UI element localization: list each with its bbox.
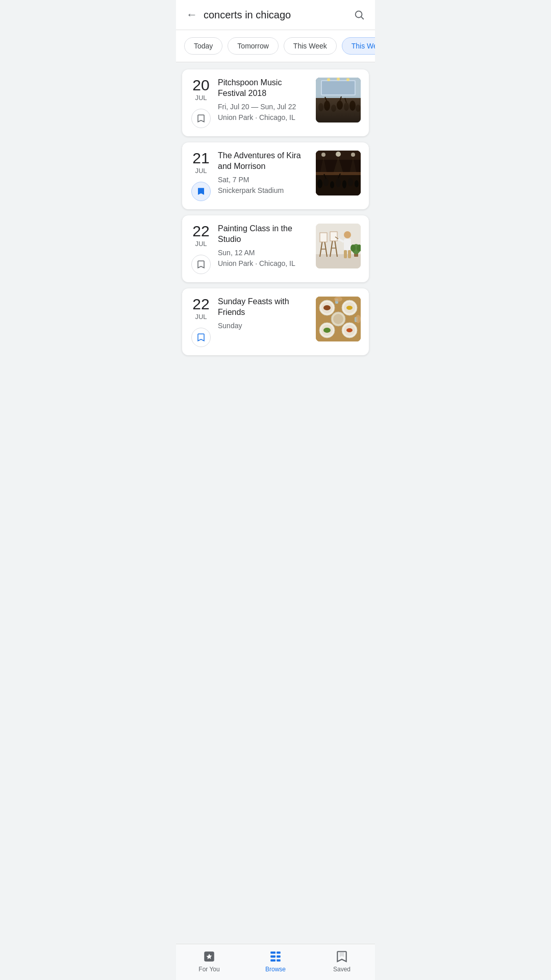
event-card[interactable]: 22 JUL Sunday Feasts with Friends Sunday [182,288,369,355]
svg-rect-81 [270,951,276,953]
svg-rect-52 [344,250,347,258]
event-title: Pitchspoon Music Festival 2018 [218,78,310,99]
event-card[interactable]: 22 JUL Painting Class in the Studio Sun,… [182,215,369,282]
svg-rect-41 [316,254,361,268]
svg-rect-83 [270,959,276,961]
event-date: 21 JUL [190,151,212,201]
nav-item-for-you[interactable]: For You [189,949,230,973]
bookmark-button[interactable] [191,109,211,128]
svg-point-31 [323,178,329,186]
svg-rect-82 [270,955,276,958]
saved-icon [335,949,349,964]
event-location: Snickerpark Stadium [218,185,310,196]
filter-chip-tomorrow[interactable]: Tomorrow [228,37,278,55]
event-day: 22 [192,297,209,312]
nav-item-saved[interactable]: Saved [321,949,362,973]
svg-point-11 [324,101,330,111]
svg-point-79 [356,315,361,323]
svg-rect-85 [277,955,281,958]
svg-rect-45 [320,233,327,242]
event-title: Sunday Feasts with Friends [218,297,310,318]
svg-point-33 [336,178,341,187]
svg-point-78 [334,297,342,302]
bookmark-button[interactable] [191,182,211,201]
event-date: 22 JUL [190,297,212,347]
svg-rect-51 [344,239,351,250]
svg-point-12 [331,105,336,112]
svg-point-50 [344,231,351,238]
event-card[interactable]: 21 JUL The Adventures of Kira and Morris… [182,142,369,209]
event-date-range: Sun, 12 AM [218,248,310,258]
back-button[interactable]: ← [186,8,197,21]
filter-chip-today[interactable]: Today [184,37,222,55]
event-month: JUL [195,240,207,248]
event-image [316,297,361,341]
svg-point-73 [346,328,353,332]
search-button[interactable] [354,9,365,20]
nav-item-browse[interactable]: Browse [255,949,296,973]
svg-point-35 [348,178,353,186]
svg-point-70 [323,305,331,310]
svg-point-34 [342,180,346,188]
event-month: JUL [195,167,207,175]
event-date-range: Sunday [218,321,310,331]
page-title: concerts in chicago [204,9,354,21]
event-title: The Adventures of Kira and Morrison [218,151,310,172]
svg-point-8 [346,78,349,81]
svg-point-10 [318,103,323,111]
svg-point-23 [336,152,341,157]
svg-rect-86 [277,959,281,961]
nav-label-saved: Saved [333,966,350,973]
event-image [316,224,361,268]
svg-rect-53 [348,250,351,258]
nav-label-browse: Browse [265,966,286,973]
svg-line-17 [325,97,327,102]
svg-point-22 [321,153,325,157]
bookmark-button[interactable] [191,255,211,274]
event-day: 21 [192,151,209,166]
event-day: 20 [192,78,209,93]
svg-point-58 [350,244,356,252]
svg-point-75 [333,314,343,324]
svg-point-30 [317,179,322,188]
svg-rect-5 [322,81,355,94]
nav-label-for-you: For You [198,966,219,973]
event-date: 20 JUL [190,78,212,128]
filter-chip-this-week[interactable]: This Week [284,37,337,55]
svg-rect-84 [277,951,281,953]
svg-rect-49 [330,232,337,241]
svg-point-14 [344,103,349,111]
svg-point-13 [337,101,343,110]
header: ← concerts in chicago [176,0,375,30]
svg-point-71 [346,306,353,310]
event-info: The Adventures of Kira and Morrison Sat,… [218,151,310,196]
event-card[interactable]: 20 JUL Pitchspoon Music Festival 2018 Fr… [182,69,369,136]
event-info: Pitchspoon Music Festival 2018 Fri, Jul … [218,78,310,123]
events-list: 20 JUL Pitchspoon Music Festival 2018 Fr… [176,62,375,396]
event-month: JUL [195,313,207,321]
event-image [316,151,361,195]
event-date: 22 JUL [190,224,212,274]
svg-line-1 [361,17,363,19]
svg-rect-28 [316,172,361,175]
svg-point-72 [323,328,331,333]
event-date-range: Fri, Jul 20 — Sun, Jul 22 [218,102,310,112]
svg-point-32 [330,181,334,188]
svg-point-6 [327,78,330,81]
event-date-range: Sat, 7 PM [218,175,310,185]
bookmark-button[interactable] [191,328,211,347]
browse-icon [268,949,283,964]
svg-point-7 [337,78,340,81]
filter-chip-this-weekend[interactable]: This Weekend [342,37,375,55]
svg-line-18 [340,96,341,101]
svg-point-16 [356,105,361,112]
event-title: Painting Class in the Studio [218,224,310,245]
event-image [316,78,361,122]
svg-point-24 [351,153,355,157]
event-info: Sunday Feasts with Friends Sunday [218,297,310,331]
svg-line-19 [345,98,346,103]
svg-rect-9 [316,98,361,122]
event-location: Union Park · Chicago, IL [218,112,310,123]
event-month: JUL [195,94,207,102]
svg-point-15 [349,101,356,111]
